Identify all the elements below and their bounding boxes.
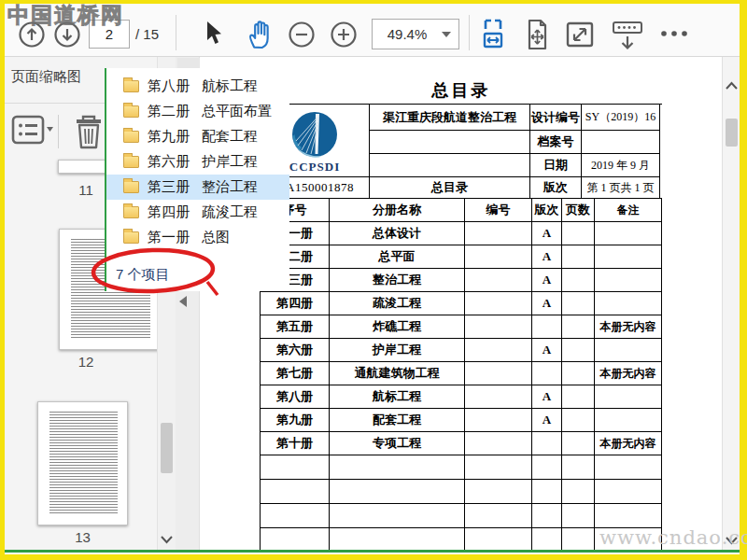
empty-cell [370, 131, 530, 154]
table-cell [562, 504, 595, 528]
folder-icon [123, 80, 139, 92]
frame-border [0, 554, 747, 560]
table-cell [465, 339, 532, 362]
scroll-down-button[interactable] [160, 531, 174, 548]
table-row: 第四册疏浚工程A [261, 292, 662, 315]
table-cell [465, 362, 532, 385]
popup-item[interactable]: 第九册配套工程 [106, 124, 289, 149]
thumbnail-label-12: 12 [49, 354, 123, 370]
more-options-button[interactable] [658, 28, 690, 39]
folder-icon [123, 156, 139, 168]
toolbar-separator [469, 15, 470, 50]
field-label: 日期 [530, 154, 582, 177]
table-row [261, 480, 662, 504]
fullscreen-button[interactable] [564, 19, 596, 50]
table-row [261, 504, 662, 528]
fit-page-button[interactable] [520, 18, 554, 51]
table-cell [595, 222, 662, 245]
table-cell [330, 528, 465, 551]
column-header: 备注 [595, 199, 662, 222]
field-value: SY（2019）16 [582, 105, 660, 131]
table-cell: A [532, 339, 562, 362]
folder-icon [123, 181, 139, 193]
table-cell: 护岸工程 [330, 339, 465, 362]
zoom-level-dropdown[interactable]: 49.4% [372, 19, 459, 49]
select-tool-button[interactable] [201, 20, 227, 48]
catalog-table: 序号分册名称编号版次页数备注第一册总体设计A第二册总平面A第三册整治工程A第四册… [260, 198, 662, 551]
table-cell: 第五册 [261, 315, 330, 339]
table-cell: 整治工程 [330, 269, 465, 292]
table-cell [261, 480, 330, 504]
popup-item[interactable]: 第四册疏浚工程 [106, 200, 289, 225]
table-cell [532, 362, 562, 385]
divider [58, 115, 59, 148]
thumbnail-options-button[interactable] [11, 115, 54, 148]
chevron-down-icon [160, 535, 174, 544]
table-cell: 第七册 [261, 362, 330, 385]
scrollbar-thumb[interactable] [726, 119, 738, 147]
zoom-in-button[interactable] [330, 21, 358, 49]
scrollbar-thumb[interactable] [161, 423, 173, 473]
folder-icon [123, 105, 139, 118]
delete-page-button[interactable] [73, 114, 105, 153]
page-thumbnail-13[interactable] [37, 401, 128, 525]
table-cell [562, 455, 595, 480]
table-cell [562, 528, 595, 551]
chevron-up-icon [725, 81, 739, 91]
zoom-out-button[interactable] [288, 21, 316, 49]
table-cell: 第十册 [261, 432, 330, 455]
table-cell [595, 385, 662, 409]
hand-tool-button[interactable] [244, 17, 277, 50]
table-cell [261, 455, 330, 480]
scroll-up-button[interactable] [725, 77, 739, 94]
table-cell [562, 409, 595, 432]
table-cell [532, 455, 562, 480]
field-label: 版次 [530, 177, 582, 199]
expand-icon [564, 19, 596, 50]
table-cell [532, 528, 562, 551]
table-cell [465, 480, 532, 504]
table-cell [330, 455, 465, 480]
fit-page-icon [520, 18, 554, 51]
table-cell [330, 504, 465, 528]
table-cell [595, 409, 662, 432]
document-scrollbar[interactable] [722, 57, 740, 551]
empty-cell [370, 154, 530, 177]
popup-item[interactable]: 第八册航标工程 [106, 74, 289, 99]
table-cell [465, 455, 532, 480]
table-cell [595, 339, 662, 362]
volume-name: 航标工程 [202, 77, 258, 95]
volume-label: 第八册 [148, 77, 190, 95]
table-cell: 通航建筑物工程 [330, 362, 465, 385]
popup-item[interactable]: 第二册总平面布置 [106, 99, 289, 124]
table-cell [465, 315, 532, 339]
volume-name: 总图 [202, 229, 230, 246]
popup-item[interactable]: 第三册整治工程 [106, 175, 289, 200]
column-header: 编号 [465, 199, 532, 222]
table-cell: A [532, 222, 562, 245]
table-cell [465, 432, 532, 455]
table-cell: A [532, 292, 562, 315]
table-row: 第九册配套工程A [261, 409, 662, 432]
table-cell [465, 269, 532, 292]
table-cell [562, 245, 595, 269]
volume-name: 护岸工程 [202, 153, 258, 171]
table-cell [532, 432, 562, 455]
popup-item[interactable]: 第六册护岸工程 [106, 149, 289, 175]
table-cell: 本册无内容 [595, 362, 662, 385]
fit-width-icon [476, 18, 510, 51]
frame-border [740, 0, 747, 560]
project-name: 渠江重庆段航道整治工程 [370, 105, 530, 131]
table-cell [595, 480, 662, 504]
popup-item-list: 第八册航标工程第二册总平面布置第九册配套工程第六册护岸工程第三册整治工程第四册疏… [106, 74, 289, 250]
table-cell: 第六册 [261, 339, 330, 362]
logo-text: CCPSDI [289, 160, 340, 175]
thumbnails-panel-title: 页面缩略图 [11, 68, 81, 86]
fit-width-button[interactable] [476, 18, 510, 51]
volume-name: 总平面布置 [202, 103, 272, 120]
hide-toolbar-button[interactable] [608, 19, 647, 52]
table-row: 第一册总体设计A [261, 222, 662, 245]
document-header-table: CCPSDI 渠江重庆段航道整治工程 设计编号 SY（2019）16 档案号 日… [260, 104, 662, 199]
table-cell [562, 385, 595, 409]
table-cell [562, 362, 595, 385]
